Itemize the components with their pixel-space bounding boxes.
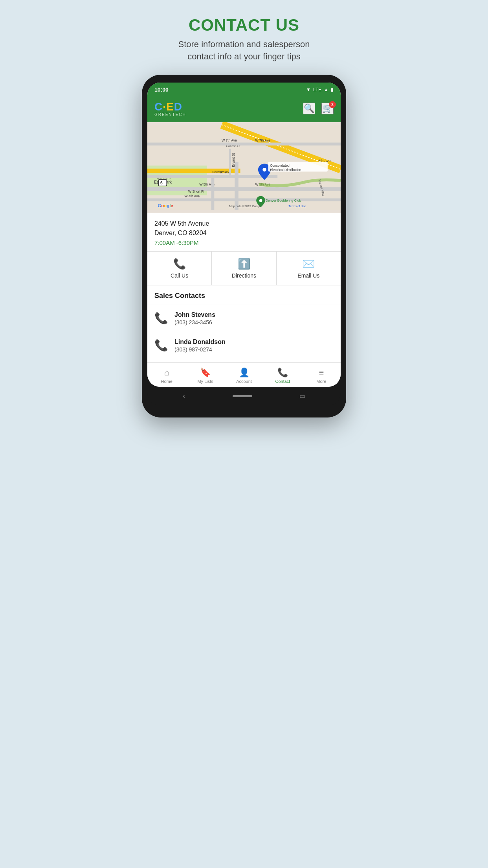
svg-text:Map data ©2019 Google: Map data ©2019 Google (229, 204, 261, 208)
map-area[interactable]: Barnum East Park Bryant St W 5th Ave W 5… (147, 122, 341, 213)
nav-account[interactable]: 👤 Account (225, 366, 263, 385)
lte-label: LTE (313, 87, 321, 92)
home-label: Home (161, 379, 172, 384)
page-subtitle: Store information and salespersoncontact… (178, 39, 310, 63)
cart-button[interactable]: 🛒 3 (321, 103, 334, 114)
back-arrow[interactable]: ‹ (183, 392, 185, 400)
nav-home[interactable]: ⌂ Home (147, 366, 186, 385)
status-icons: ▼ LTE ▲ ▮ (306, 87, 334, 92)
svg-rect-12 (147, 198, 341, 201)
linda-name: Linda Donaldson (174, 338, 226, 346)
wifi-icon: ▼ (306, 87, 311, 92)
svg-text:Terms of Use: Terms of Use (289, 204, 306, 208)
email-us-button[interactable]: ✉️ Email Us (277, 252, 341, 285)
svg-rect-23 (229, 149, 231, 175)
home-pill[interactable] (233, 395, 252, 397)
svg-text:Denver Bouldering Club: Denver Bouldering Club (266, 199, 301, 202)
person-icon: 👤 (239, 368, 250, 378)
address-section: 2405 W 5th Avenue Denver, CO 80204 7:00A… (147, 213, 341, 251)
status-time: 10:00 (154, 86, 169, 93)
contact-icon: 📞 (277, 368, 288, 378)
svg-text:Google: Google (158, 203, 173, 208)
signal-icon: ▲ (324, 87, 328, 92)
account-label: Account (236, 379, 252, 384)
bottom-nav: ⌂ Home 🔖 My Lists 👤 Account 📞 Contact ≡ … (147, 362, 341, 387)
email-label: Email Us (297, 272, 319, 279)
directions-label: Directions (232, 272, 256, 279)
home-icon: ⌂ (164, 368, 169, 378)
nav-mylists[interactable]: 🔖 My Lists (186, 366, 224, 385)
contact-item-john[interactable]: 📞 John Stevens (303) 234-3456 (147, 305, 341, 332)
svg-text:6: 6 (160, 180, 163, 185)
page-title: CONTACT US (178, 16, 310, 35)
recents-icon[interactable]: ▭ (299, 392, 305, 400)
john-name: John Stevens (174, 311, 215, 318)
linda-phone: (303) 987-0274 (174, 346, 226, 353)
action-buttons: 📞 Call Us ⬆️ Directions ✉️ Email Us (147, 251, 341, 285)
more-label: More (316, 379, 326, 384)
logo-subtitle: GREENTECH (154, 112, 186, 117)
nav-more[interactable]: ≡ More (302, 366, 341, 385)
status-bar: 10:00 ▼ LTE ▲ ▮ (147, 83, 341, 97)
nav-contact[interactable]: 📞 Contact (263, 366, 302, 385)
svg-point-29 (262, 168, 266, 171)
svg-text:W 7th Ave: W 7th Ave (222, 138, 237, 142)
store-hours: 7:00AM -6:30PM (154, 239, 334, 246)
directions-button[interactable]: ⬆️ Directions (212, 252, 276, 285)
phone-shell: 10:00 ▼ LTE ▲ ▮ C·ED GREENTECH 🔍 (142, 75, 346, 417)
sales-section: Sales Contacts 📞 John Stevens (303) 234-… (147, 285, 341, 362)
svg-point-33 (259, 199, 262, 202)
svg-rect-9 (147, 187, 341, 191)
linda-phone-icon: 📞 (154, 339, 168, 352)
svg-rect-17 (211, 175, 215, 210)
svg-rect-7 (235, 162, 238, 210)
map-svg: Barnum East Park Bryant St W 5th Ave W 5… (147, 122, 341, 213)
svg-text:Consolidated: Consolidated (270, 164, 290, 167)
address-line-1: 2405 W 5th Avenue (154, 219, 334, 228)
address-line-2: Denver, CO 80204 (154, 228, 334, 238)
svg-text:W 7th Ave: W 7th Ave (255, 138, 270, 142)
svg-text:Bryant St: Bryant St (231, 153, 235, 167)
svg-text:Decatur St: Decatur St (213, 170, 227, 174)
android-nav: ‹ ▭ (147, 387, 341, 406)
phone-screen: 10:00 ▼ LTE ▲ ▮ C·ED GREENTECH 🔍 (147, 83, 341, 387)
logo: C·ED (154, 101, 186, 113)
contact-item-linda[interactable]: 📞 Linda Donaldson (303) 987-0274 (147, 332, 341, 359)
call-label: Call Us (171, 272, 188, 279)
call-icon: 📞 (173, 258, 186, 270)
header-icons: 🔍 🛒 3 (303, 103, 334, 114)
svg-rect-26 (147, 142, 341, 145)
cart-badge: 3 (329, 101, 336, 108)
contact-label: Contact (275, 379, 290, 384)
john-info: John Stevens (303) 234-3456 (174, 311, 215, 326)
linda-info: Linda Donaldson (303) 987-0274 (174, 338, 226, 353)
search-icon: 🔍 (304, 103, 314, 113)
call-us-button[interactable]: 📞 Call Us (147, 252, 212, 285)
mylists-label: My Lists (197, 379, 213, 384)
john-phone-icon: 📞 (154, 312, 168, 325)
svg-text:W 4th Ave: W 4th Ave (185, 194, 200, 198)
battery-icon: ▮ (331, 87, 334, 92)
directions-icon: ⬆️ (238, 258, 250, 270)
email-icon: ✉️ (302, 258, 315, 270)
page-header: CONTACT US Store information and salespe… (178, 16, 310, 63)
logo-area: C·ED GREENTECH (154, 101, 186, 117)
app-header: C·ED GREENTECH 🔍 🛒 3 (147, 97, 341, 122)
menu-icon: ≡ (319, 368, 324, 378)
john-phone: (303) 234-3456 (174, 319, 215, 326)
svg-text:Electrical Distribution: Electrical Distribution (270, 167, 301, 171)
bookmark-icon: 🔖 (200, 368, 211, 378)
search-button[interactable]: 🔍 (303, 103, 315, 114)
sales-header: Sales Contacts (147, 285, 341, 305)
svg-text:W Short Pl: W Short Pl (188, 189, 204, 193)
